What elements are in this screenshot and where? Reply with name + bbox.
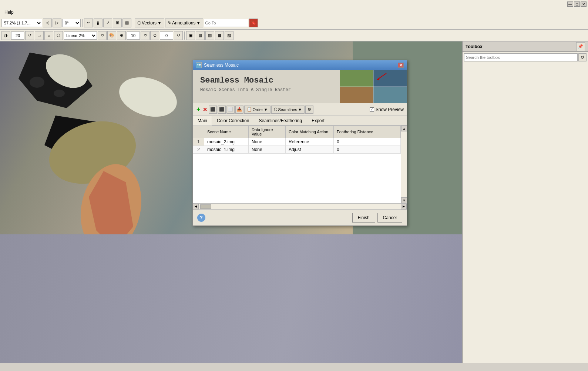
order-icon: 📋 (247, 107, 252, 112)
add-scene-btn[interactable]: + (196, 106, 201, 113)
show-preview-toggle[interactable]: ✓ Show Preview (370, 107, 404, 112)
opacity1-input[interactable] (127, 31, 140, 40)
svg-rect-1 (340, 70, 373, 87)
opacity-btn1[interactable]: ⊕ (117, 31, 126, 40)
seamlines-label: Seamlines (278, 107, 297, 112)
scroll-left-btn[interactable]: ◀ (193, 204, 199, 210)
table-scroll-horizontal[interactable]: ◀ ▶ (193, 203, 407, 209)
opacity-btn2[interactable]: ⊙ (150, 31, 159, 40)
order-dropdown[interactable]: 📋 Order ▼ (244, 106, 271, 114)
maximize-button[interactable]: □ (574, 1, 580, 7)
scroll-down-btn[interactable]: ▼ (401, 197, 407, 203)
select-all-btn[interactable]: ⬛ (209, 106, 217, 114)
nav-back-btn[interactable]: ◁ (43, 19, 52, 27)
scroll-thumb-h[interactable] (200, 204, 211, 209)
annotations-label: Annotations (172, 20, 195, 26)
vectors-icon: ⬡ (137, 20, 141, 26)
svg-rect-4 (373, 87, 407, 103)
title-bar: — □ ✕ (0, 0, 588, 8)
help-btn[interactable]: ? (197, 214, 205, 222)
tool-btn-2[interactable]: ⣿ (94, 19, 103, 27)
preview-options-btn[interactable]: ⚙ (305, 106, 313, 114)
scroll-up-btn[interactable]: ▲ (401, 126, 407, 131)
dialog-close-btn[interactable]: ✕ (398, 63, 404, 68)
dialog-tabs: Main Color Correction Seamlines/Featheri… (193, 116, 407, 126)
stretch-icon: ◑ (1, 31, 10, 40)
row2-color-matching: Adjust (286, 146, 334, 154)
stretch-select[interactable]: Linear 2% (64, 31, 97, 40)
toolbox-title: Toolbox (466, 44, 483, 49)
rotation-select[interactable]: 0° (62, 19, 81, 27)
seamless-mosaic-dialog[interactable]: 🗺 Seamless Mosaic ✕ Seamless Mosaic Mosa… (192, 60, 407, 226)
table-row[interactable]: 1 mosaic_2.img None Reference 0 (193, 138, 401, 146)
toolbox-pin-btn[interactable]: 📌 (576, 42, 585, 51)
toolbox-panel: Toolbox 📌 ↺ (462, 41, 588, 363)
opacity-refresh2[interactable]: ↺ (174, 31, 183, 40)
row1-scene-name: mosaic_2.img (204, 138, 249, 146)
annotations-arrow-icon: ▼ (196, 20, 201, 26)
table-scroll-vertical[interactable]: ▲ ▼ (401, 126, 407, 203)
zoom-select[interactable]: 57.2% (1:1.7... (1, 19, 42, 27)
dialog-title: Seamless Mosaic (204, 63, 239, 68)
table-row[interactable]: 2 mosaic_1.img None Adjust 0 (193, 146, 401, 154)
seamlines-arrow-icon: ▼ (298, 107, 302, 112)
menu-item-help[interactable]: Help (1, 9, 17, 16)
refresh-btn[interactable]: ↺ (25, 31, 34, 40)
opacity-refresh1[interactable]: ↺ (141, 31, 149, 40)
annotations-dropdown[interactable]: ✎ Annotations ▼ (165, 19, 203, 27)
layer-btn2[interactable]: ▤ (196, 31, 205, 40)
show-preview-checkbox[interactable]: ✓ (370, 107, 374, 112)
tab-main[interactable]: Main (193, 116, 212, 126)
opacity2-input[interactable] (160, 31, 173, 40)
goto-input[interactable] (204, 19, 248, 27)
select-rect-btn[interactable]: ▭ (35, 31, 44, 40)
remove-scene-btn[interactable]: ✕ (202, 107, 208, 113)
table-container: Scene Name Data Ignore Value Color Match… (193, 126, 407, 203)
seamlines-dropdown[interactable]: ⬡ Seamlines ▼ (271, 106, 305, 114)
tool-btn-5[interactable]: ▦ (122, 19, 131, 27)
row2-scene-name: mosaic_1.img (204, 146, 249, 154)
vectors-dropdown[interactable]: ⬡ Vectors ▼ (135, 19, 164, 27)
tab-color-correction[interactable]: Color Correction (212, 116, 254, 125)
dialog-banner-text: Seamless Mosaic Mosaic Scenes Into A Sin… (193, 70, 340, 103)
import-btn[interactable]: 📥 (235, 106, 243, 114)
main-toolbar: 57.2% (1:1.7... ◁ ▷ 0° ↩ ⣿ ↗ ⊞ ▦ ⬡ Vecto… (0, 16, 588, 30)
select-btn[interactable]: ⬛ (218, 106, 226, 114)
cancel-btn[interactable]: Cancel (377, 213, 402, 223)
layer-btn4[interactable]: ▦ (215, 31, 224, 40)
color-btn[interactable]: 🎨 (107, 31, 116, 40)
col-header-data-ignore: Data Ignore Value (249, 126, 286, 138)
vectors-label: Vectors (142, 20, 157, 26)
deselect-btn[interactable]: ⬜ (226, 106, 235, 114)
dialog-footer: ? Finish Cancel (193, 209, 407, 225)
tool-btn-4[interactable]: ⊞ (113, 19, 122, 27)
layer-btn1[interactable]: ▣ (186, 31, 195, 40)
toolbox-search-bar: ↺ (463, 52, 588, 63)
col-header-feathering: Feathering Distance (334, 126, 401, 138)
select-circle-btn[interactable]: ○ (44, 31, 53, 40)
nav-fwd-btn[interactable]: ▷ (53, 19, 61, 27)
stretch-refresh-btn[interactable]: ↺ (98, 31, 107, 40)
brightness-input[interactable] (11, 31, 24, 40)
layer-btn3[interactable]: ▥ (205, 31, 214, 40)
dialog-banner-title: Seamless Mosaic (200, 76, 333, 85)
tab-seamlines[interactable]: Seamlines/Feathering (254, 116, 307, 125)
scroll-track-v (401, 131, 407, 197)
tab-export[interactable]: Export (307, 116, 329, 125)
dialog-banner-subtitle: Mosaic Scenes Into A Single Raster (200, 87, 333, 93)
scroll-right-btn[interactable]: ▶ (401, 204, 407, 210)
tool-btn-1[interactable]: ↩ (84, 19, 93, 27)
data-table: Scene Name Data Ignore Value Color Match… (193, 126, 401, 154)
close-button[interactable]: ✕ (581, 1, 587, 7)
toolbox-refresh-btn[interactable]: ↺ (578, 53, 587, 61)
col-header-rownum (193, 126, 204, 138)
tool-btn-3[interactable]: ↗ (103, 19, 112, 27)
layer-btn5[interactable]: ▧ (225, 31, 233, 40)
col-header-color-matching: Color Matching Action (286, 126, 334, 138)
minimize-button[interactable]: — (567, 1, 573, 7)
secondary-toolbar: ◑ ↺ ▭ ○ ⬡ Linear 2% ↺ 🎨 ⊕ ↺ ⊙ ↺ ▣ ▤ ▥ ▦ … (0, 30, 588, 41)
toolbox-search-input[interactable] (464, 53, 578, 61)
finish-btn[interactable]: Finish (352, 213, 375, 223)
goto-btn[interactable]: 🔖 (249, 19, 258, 27)
select-poly-btn[interactable]: ⬡ (54, 31, 63, 40)
